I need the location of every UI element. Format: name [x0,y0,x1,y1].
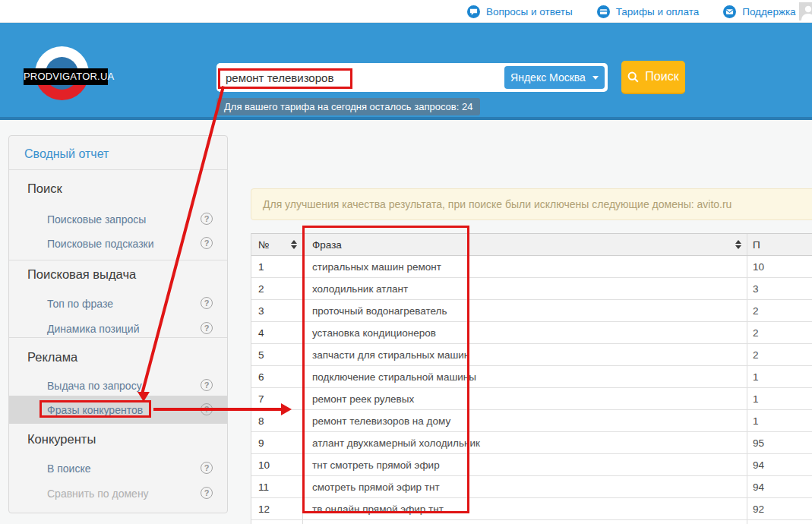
sidebar-section-serp: Поисковая выдача [27,267,136,282]
table-row[interactable]: 9 атлант двухкамерный холодильник 95 [251,432,812,454]
table-row[interactable]: 7 ремонт реек рулевых 1 [251,388,812,410]
sidebar-item-compare-by-domain[interactable]: Сравнить по домену [47,488,149,500]
search-bar: Яндекс Москва [216,63,608,92]
table-row[interactable]: 12 тв онлайн прямой эфир тнт 92 [251,498,812,520]
row-phrase-cell: атлант двухкамерный холодильник [303,432,747,453]
link-questions[interactable]: Вопросы и ответы [467,5,573,18]
table-row[interactable]: 8 ремонт телевизоров на дому 1 [251,410,812,432]
topbar-links: Вопросы и ответы Тарифы и оплата Поддерж… [467,0,796,23]
row-phrase-cell: запчасти для стиральных машин [303,344,747,365]
table-row[interactable]: 2 холодильник атлант 3 [251,278,812,300]
row-number-cell: 3 [251,300,303,321]
divider [9,169,228,170]
row-phrase-cell: подключение стиральной машины [303,366,747,387]
phrases-table: № Фраза П 1 стиральных машин ремонт 10 2… [251,233,812,524]
sort-icon[interactable] [291,240,297,249]
row-value-cell: 94 [747,476,812,497]
row-phrase-cell: тв онлайн прямой эфир тнт [303,498,747,519]
row-number-cell: 2 [251,278,303,299]
table-row[interactable]: 6 подключение стиральной машины 1 [251,366,812,388]
link-support[interactable]: Поддержка [723,5,795,18]
divider [9,337,228,338]
row-value-cell: 92 [747,498,812,519]
region-dropdown[interactable]: Яндекс Москва [504,66,605,89]
table-header-row: № Фраза П [251,233,812,256]
search-button-label: Поиск [645,70,678,84]
avatar[interactable] [799,2,812,21]
row-number-cell: 8 [251,410,303,431]
row-number-cell: 12 [251,498,303,519]
table-row[interactable]: 3 проточный водонагреватель 2 [251,300,812,322]
row-phrase-cell: ремонт телевизоров на дому [303,410,747,431]
region-dropdown-label: Яндекс Москва [510,71,586,84]
row-number-cell: 6 [251,366,303,387]
row-value-cell: 1 [747,410,812,431]
column-header-number[interactable]: № [251,234,303,255]
row-phrase-cell: холодильник атлант [303,278,747,299]
logo-text[interactable]: PRODVIGATOR.UA [24,68,108,85]
help-icon[interactable]: ? [201,213,213,225]
help-icon[interactable]: ? [201,297,213,309]
row-value-cell: 3 [747,278,812,299]
sidebar-item-top-by-phrase[interactable]: Топ по фразе [47,298,113,310]
row-value-cell: 1 [747,388,812,409]
row-value-cell: 2 [747,322,812,343]
table-row[interactable]: 4 установка кондиционеров 2 [251,322,812,344]
search-input[interactable] [218,65,491,90]
help-icon[interactable]: ? [201,322,213,334]
help-icon[interactable]: ? [201,462,213,474]
table-row[interactable]: 5 запчасти для стиральных машин 2 [251,344,812,366]
table-row[interactable]: 11 смотреть прямой эфир тнт 94 [251,476,812,498]
help-icon[interactable]: ? [201,403,213,415]
row-value-cell: 95 [747,432,812,453]
sidebar-item-results-by-query[interactable]: Выдача по запросу [47,380,142,392]
row-number-cell: 7 [251,388,303,409]
row-number-cell: 11 [251,476,303,497]
table-body: 1 стиральных машин ремонт 10 2 холодильн… [251,256,812,520]
mail-icon [723,5,736,18]
row-value-cell: 2 [747,300,812,321]
row-phrase-cell: проточный водонагреватель [303,300,747,321]
row-phrase-cell: тнт смотреть прямой эфир [303,454,747,475]
topbar: Вопросы и ответы Тарифы и оплата Поддерж… [0,0,812,23]
row-phrase-cell: установка кондиционеров [303,322,747,343]
search-button[interactable]: Поиск [621,61,685,94]
sidebar-item-competitor-phrases[interactable]: Фразы конкурентов [47,404,143,416]
quota-status: Для вашего тарифа на сегодня осталось за… [216,98,480,115]
card-icon [597,5,610,18]
chat-icon [467,5,480,18]
link-support-label: Поддержка [742,6,795,17]
row-value-cell: 94 [747,454,812,475]
link-tariffs-label: Тарифы и оплата [616,6,700,17]
sidebar-section-search: Поиск [27,182,62,196]
row-number-cell: 1 [251,256,303,277]
row-phrase-cell: ремонт реек рулевых [303,388,747,409]
link-tariffs[interactable]: Тарифы и оплата [597,5,700,18]
header: PRODVIGATOR.UA Яндекс Москва Поиск Для в… [0,23,812,120]
sort-icon[interactable] [735,240,741,249]
sidebar-section-competitors: Конкуренты [27,432,96,447]
row-number-cell: 10 [251,454,303,475]
table-row-partial [251,520,812,524]
column-header-phrase[interactable]: Фраза [303,234,747,255]
help-icon[interactable]: ? [201,237,213,249]
sidebar-item-in-search[interactable]: В поиске [47,462,90,475]
sidebar-item-search-queries[interactable]: Поисковые запросы [47,213,146,226]
sidebar-item-position-dynamics[interactable]: Динамика позиций [47,323,139,335]
sidebar-item-summary-report[interactable]: Сводный отчет [24,147,109,161]
help-icon[interactable]: ? [201,379,213,391]
help-icon[interactable]: ? [201,487,213,499]
search-icon [627,71,639,83]
row-phrase-cell: смотреть прямой эфир тнт [303,476,747,497]
row-value-cell: 1 [747,366,812,387]
table-row[interactable]: 1 стиральных машин ремонт 10 [251,256,812,278]
row-phrase-cell: стиральных машин ремонт [303,256,747,277]
link-questions-label: Вопросы и ответы [486,6,573,17]
row-number-cell: 9 [251,432,303,453]
table-row[interactable]: 10 тнт смотреть прямой эфир 94 [251,454,812,476]
sidebar-item-search-suggestions[interactable]: Поисковые подсказки [47,238,154,250]
chevron-down-icon [592,76,599,80]
divider [9,260,228,260]
row-value-cell: 2 [747,344,812,365]
column-header-p[interactable]: П [747,234,812,255]
